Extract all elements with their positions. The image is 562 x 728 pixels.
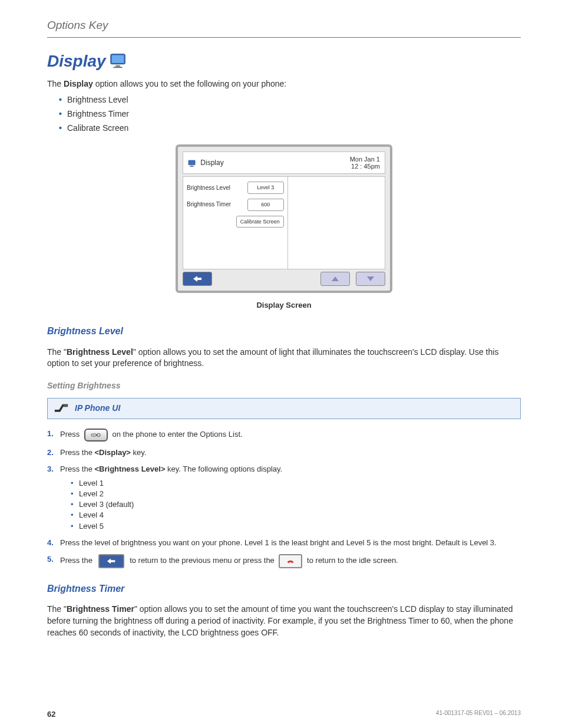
text: key. The following options display. bbox=[165, 465, 282, 473]
text: The " bbox=[47, 347, 67, 357]
text: to return to the idle screen. bbox=[307, 556, 398, 565]
ip-phone-ui-label: IP Phone UI bbox=[75, 403, 120, 414]
brightness-timer-paragraph: The "Brightness Timer" option allows you… bbox=[47, 604, 521, 638]
text-bold: Brightness Level bbox=[67, 347, 133, 357]
svg-rect-1 bbox=[111, 55, 124, 63]
brightness-level-row: Brightness Level Level 3 bbox=[187, 182, 284, 194]
brightness-timer-button[interactable]: 600 bbox=[247, 199, 284, 211]
text: Display bbox=[200, 159, 223, 167]
page-footer: 62 41-001317-05 REV01 – 06.2013 bbox=[47, 709, 521, 720]
text: option allows you to set the following o… bbox=[93, 79, 286, 88]
text: to return to the previous menu or press … bbox=[130, 556, 276, 565]
svg-rect-3 bbox=[113, 67, 122, 68]
phone-time: 12 : 45pm bbox=[351, 163, 380, 170]
end-call-icon bbox=[279, 554, 302, 568]
text-bold: <Brightness Level> bbox=[95, 465, 166, 473]
phone-header-title: Display bbox=[188, 158, 224, 168]
list-item: Brightness Level bbox=[59, 94, 521, 106]
page-number: 62 bbox=[47, 709, 55, 720]
svg-rect-4 bbox=[189, 160, 195, 165]
calibrate-row: Calibrate Screen bbox=[187, 216, 284, 228]
brightness-level-button[interactable]: Level 3 bbox=[247, 182, 284, 194]
options-key-icon bbox=[84, 429, 108, 442]
phone-body-right bbox=[288, 177, 385, 268]
breadcrumb: Options Key bbox=[47, 18, 521, 38]
brightness-timer-row: Brightness Timer 600 bbox=[187, 199, 284, 211]
levels-list: Level 1 Level 2 Level 3 (default) Level … bbox=[71, 478, 521, 532]
list-item: Level 4 bbox=[71, 510, 521, 521]
doc-id: 41-001317-05 REV01 – 06.2013 bbox=[436, 709, 521, 720]
figure-caption: Display Screen bbox=[47, 300, 521, 311]
svg-rect-6 bbox=[190, 166, 194, 167]
list-item: Calibrate Screen bbox=[59, 123, 521, 134]
text-bold: <Display> bbox=[95, 448, 131, 457]
steps-list: Press on the phone to enter the Options … bbox=[47, 429, 521, 569]
up-button[interactable] bbox=[320, 272, 350, 286]
svg-rect-7 bbox=[64, 404, 68, 407]
svg-rect-5 bbox=[190, 165, 193, 166]
phone-header: Display Mon Jan 1 12 : 45pm bbox=[183, 151, 385, 174]
figure: Display Mon Jan 1 12 : 45pm Brightness L… bbox=[47, 144, 521, 311]
text: key. bbox=[131, 448, 147, 457]
text: The bbox=[47, 79, 64, 88]
brightness-timer-heading: Brightness Timer bbox=[47, 582, 521, 595]
label: Brightness Timer bbox=[187, 200, 231, 209]
text: Press bbox=[60, 430, 82, 439]
text: on the phone to enter the Options List. bbox=[112, 430, 242, 439]
page-title-text: Display bbox=[47, 50, 106, 73]
calibrate-screen-button[interactable]: Calibrate Screen bbox=[236, 216, 284, 228]
list-item: Level 2 bbox=[71, 489, 521, 499]
monitor-icon bbox=[110, 52, 127, 70]
back-button[interactable] bbox=[183, 272, 212, 286]
setting-brightness-heading: Setting Brightness bbox=[47, 380, 521, 392]
phone-datetime: Mon Jan 1 12 : 45pm bbox=[350, 156, 380, 170]
back-arrow-icon bbox=[98, 554, 124, 568]
phone-date: Mon Jan 1 bbox=[350, 156, 380, 163]
text-bold: Display bbox=[64, 79, 93, 88]
phone-body-left: Brightness Level Level 3 Brightness Time… bbox=[183, 177, 288, 268]
text: The " bbox=[47, 604, 67, 614]
brightness-level-paragraph: The "Brightness Level" option allows you… bbox=[47, 347, 521, 370]
text-bold: Brightness Timer bbox=[67, 604, 134, 614]
step-5: Press the to return to the previous menu… bbox=[47, 554, 521, 568]
list-item: Level 5 bbox=[71, 521, 521, 532]
text: Press the bbox=[60, 448, 95, 457]
phone-icon bbox=[54, 402, 69, 415]
list-item: Level 3 (default) bbox=[71, 499, 521, 510]
text: Press the bbox=[60, 465, 95, 473]
phone-screen-mockup: Display Mon Jan 1 12 : 45pm Brightness L… bbox=[176, 144, 392, 293]
intro-paragraph: The Display option allows you to set the… bbox=[47, 78, 521, 90]
brightness-level-heading: Brightness Level bbox=[47, 325, 521, 338]
step-2: Press the <Display> key. bbox=[47, 447, 521, 458]
svg-rect-2 bbox=[115, 65, 120, 67]
phone-footer bbox=[183, 272, 385, 286]
text: Press the bbox=[60, 556, 95, 565]
down-button[interactable] bbox=[356, 272, 385, 286]
step-1: Press on the phone to enter the Options … bbox=[47, 429, 521, 442]
nav-group bbox=[320, 272, 385, 286]
ip-phone-ui-box: IP Phone UI bbox=[47, 398, 521, 419]
feature-list: Brightness Level Brightness Timer Calibr… bbox=[59, 94, 521, 134]
svg-rect-8 bbox=[91, 434, 97, 436]
step-3: Press the <Brightness Level> key. The fo… bbox=[47, 464, 521, 532]
list-item: Level 1 bbox=[71, 478, 521, 489]
monitor-icon bbox=[188, 160, 196, 167]
page-title: Display bbox=[47, 50, 127, 73]
phone-body: Brightness Level Level 3 Brightness Time… bbox=[183, 176, 385, 269]
list-item: Brightness Timer bbox=[59, 108, 521, 120]
step-4: Press the level of brightness you want o… bbox=[47, 538, 521, 548]
label: Brightness Level bbox=[187, 184, 230, 192]
